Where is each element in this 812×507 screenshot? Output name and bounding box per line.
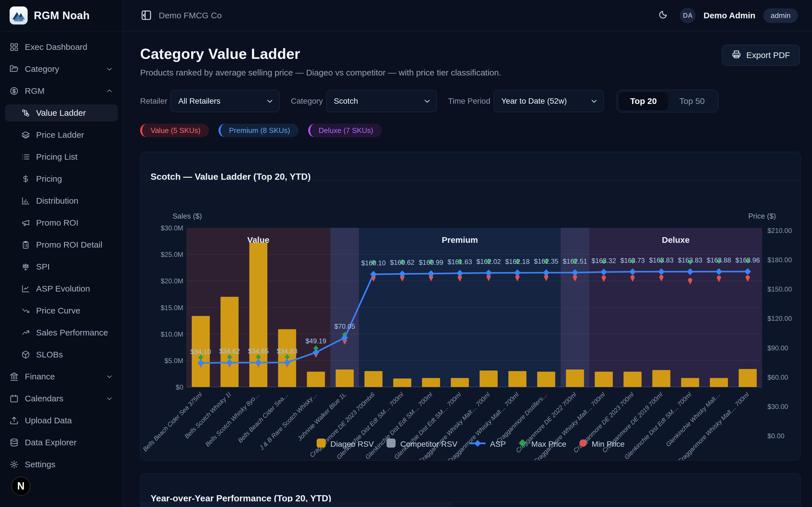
diageo-rsv-bar[interactable] — [479, 371, 498, 387]
database-icon — [10, 438, 18, 447]
diageo-rsv-bar[interactable] — [508, 371, 526, 387]
x-axis-label: Bells Beach Cider Sea… — [237, 391, 290, 444]
sidebar-item-data-explorer[interactable]: Data Explorer — [5, 434, 118, 451]
printer-icon — [732, 50, 741, 61]
export-pdf-button[interactable]: Export PDF — [722, 45, 800, 66]
asp-value-label: $162.35 — [534, 258, 559, 265]
diageo-rsv-bar[interactable] — [307, 372, 325, 387]
diageo-rsv-bar[interactable] — [652, 370, 670, 387]
time-period-select[interactable]: Year to Date (52w) — [494, 90, 604, 112]
sidebar-item-pricing-list[interactable]: Pricing List — [5, 149, 118, 165]
diageo-rsv-bar[interactable] — [566, 370, 584, 387]
asp-value-label: $70.05 — [335, 323, 355, 330]
yoy-performance-card: Year-over-Year Performance (Top 20, YTD) — [140, 473, 801, 507]
chevron-up-icon — [105, 87, 113, 95]
legend-label: Competitor RSV — [400, 440, 457, 449]
trend-up-icon — [21, 328, 30, 337]
role-badge: admin — [763, 8, 798, 23]
asp-value-label: $163.88 — [707, 256, 731, 264]
sidebar-item-label: Pricing — [36, 174, 62, 184]
sidebar-item-price-curve[interactable]: Price Curve — [5, 302, 118, 319]
asp-value-label: $163.83 — [649, 256, 673, 264]
value-ladder-chart: ValuePremiumDeluxeSales ($)Price ($)$30.… — [140, 152, 801, 460]
sidebar-item-promo-roi-detail[interactable]: Promo ROI Detail — [5, 236, 118, 253]
toggle-top-50[interactable]: Top 50 — [668, 92, 716, 110]
retailer-select[interactable]: All Retailers — [170, 90, 280, 112]
sidebar-item-exec-dashboard[interactable]: Exec Dashboard — [5, 39, 118, 55]
sidebar-item-rgm[interactable]: RGM — [5, 82, 118, 100]
sidebar: Noah RGM Noah Exec DashboardCategoryRGMV… — [0, 0, 123, 507]
sidebar-item-pricing[interactable]: Pricing — [5, 170, 118, 187]
legend-max-price[interactable]: Max Price — [518, 439, 566, 449]
sidebar-item-spi[interactable]: SPI — [5, 258, 118, 275]
nextjs-dev-badge[interactable]: N — [11, 476, 31, 496]
sidebar-item-distribution[interactable]: Distribution — [5, 192, 118, 209]
bar-chart-icon — [21, 196, 30, 205]
sidebar-item-label: Upload Data — [25, 416, 72, 425]
layers-icon — [21, 131, 30, 139]
svg-text:Noah: Noah — [14, 18, 23, 22]
sidebar-item-asp-evolution[interactable]: ASP Evolution — [5, 280, 118, 297]
left-axis-tick: $25.0M — [161, 251, 183, 258]
tier-badge-value[interactable]: Value (5 SKUs) — [140, 124, 209, 137]
diageo-rsv-bar[interactable] — [595, 372, 613, 387]
sidebar-item-price-ladder[interactable]: Price Ladder — [5, 126, 118, 144]
tier-badge-premium[interactable]: Premium (8 SKUs) — [218, 124, 299, 137]
grid-icon — [10, 43, 18, 52]
tier-band-label: Premium — [442, 235, 478, 244]
legend-competitor-rsv[interactable]: Competitor RSV — [386, 438, 457, 450]
x-axis-label: Bells Scotch Whisky 1l — [183, 391, 233, 440]
diageo-rsv-bar[interactable] — [451, 378, 469, 387]
diageo-rsv-bar[interactable] — [681, 378, 699, 387]
diageo-rsv-bar[interactable] — [393, 379, 411, 387]
legend-min-price[interactable]: Min Price — [579, 439, 625, 449]
diageo-rsv-bar[interactable] — [364, 371, 383, 387]
scale-icon — [21, 263, 30, 271]
diageo-rsv-bar[interactable] — [422, 378, 440, 387]
asp-value-label: $163.32 — [592, 257, 616, 265]
left-axis-tick: $30.0M — [161, 224, 183, 232]
diageo-rsv-bar[interactable] — [336, 370, 354, 387]
sidebar-item-sales-performance[interactable]: Sales Performance — [5, 324, 118, 341]
asp-value-label: $34.62 — [219, 347, 240, 355]
diageo-rsv-bar[interactable] — [537, 372, 555, 387]
sidebar-item-settings[interactable]: Settings — [5, 456, 118, 473]
sidebar-item-calendars[interactable]: Calendars — [5, 390, 118, 407]
x-axis-label: Johnnie Walker Blue 1L — [296, 391, 347, 442]
diageo-rsv-bar[interactable] — [220, 297, 239, 387]
min-price-swatch-icon — [579, 439, 587, 449]
legend-diageo-rsv[interactable]: Diageo RSV — [316, 438, 374, 450]
diageo-rsv-bar[interactable] — [624, 372, 642, 387]
sidebar-item-category[interactable]: Category — [5, 61, 118, 77]
asp-value-label: $163.73 — [620, 257, 645, 264]
sidebar-item-upload-data[interactable]: Upload Data — [5, 412, 118, 429]
dark-mode-toggle-moon-icon[interactable] — [656, 9, 669, 22]
diageo-rsv-bar[interactable] — [739, 369, 757, 387]
category-select[interactable]: Scotch — [326, 90, 437, 112]
toggle-top-20[interactable]: Top 20 — [619, 92, 668, 110]
top-n-toggle: Top 20Top 50 — [617, 90, 718, 112]
filter-bar: Retailer All Retailers Category Scotch T… — [140, 90, 812, 112]
sidebar-item-value-ladder[interactable]: Value Ladder — [5, 105, 118, 121]
sidebar-collapse-icon[interactable] — [140, 9, 153, 22]
diageo-rsv-bar[interactable] — [710, 378, 728, 387]
topbar: Demo FMCG Co DA Demo Admin admin — [123, 0, 812, 31]
gear-icon — [10, 460, 18, 469]
asp-value-label: $34.83 — [277, 347, 297, 355]
sidebar-item-label: ASP Evolution — [36, 284, 90, 293]
asp-value-label: $161.63 — [448, 258, 472, 266]
sidebar-item-finance[interactable]: Finance — [5, 368, 118, 385]
right-axis-tick: $120.00 — [767, 315, 792, 322]
main-content: Category Value Ladder Products ranked by… — [123, 31, 812, 507]
clipboard-icon — [21, 240, 30, 249]
chevron-down-icon — [266, 97, 274, 105]
page-title: Category Value Ladder — [140, 45, 812, 62]
folder-icon — [10, 64, 18, 73]
legend-asp[interactable]: ASP — [470, 440, 506, 449]
avatar[interactable]: DA — [680, 8, 696, 23]
git-compare-icon — [21, 109, 30, 117]
sidebar-item-promo-roi[interactable]: Promo ROI — [5, 214, 118, 231]
tier-badge-deluxe[interactable]: Deluxe (7 SKUs) — [308, 124, 382, 137]
sidebar-item-slobs[interactable]: SLOBs — [5, 346, 118, 363]
asp-swatch-icon — [470, 440, 486, 449]
